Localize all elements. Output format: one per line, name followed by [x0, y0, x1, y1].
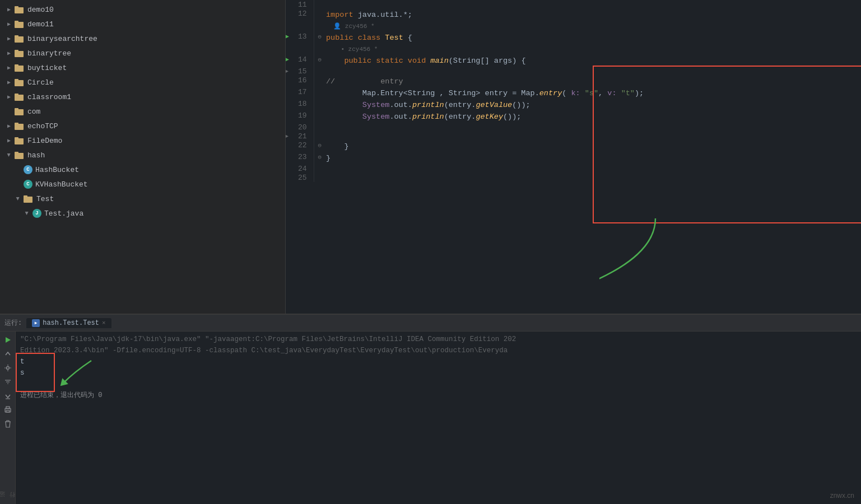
- collapse-arrow: ▶: [4, 20, 13, 29]
- code-line-16: 16 // entry: [286, 76, 861, 87]
- run-label: 运行:: [4, 318, 22, 328]
- run-button[interactable]: [2, 334, 14, 346]
- line-content: }: [322, 152, 861, 164]
- annotation-line: 👤 zcy456 *: [286, 21, 861, 32]
- line-content: }: [322, 141, 861, 152]
- folder-icon: [15, 64, 25, 72]
- settings-button[interactable]: [2, 362, 14, 374]
- collapse-arrow: ▶: [4, 5, 13, 14]
- svg-rect-13: [15, 94, 18, 96]
- scroll-end-button[interactable]: [2, 390, 14, 402]
- run-tab-close[interactable]: ×: [102, 320, 106, 326]
- console-output: "C:\Program Files\Java\jdk-17\bin\java.e…: [16, 332, 861, 504]
- collapse-arrow: ▶: [4, 151, 13, 160]
- code-line-25: 25: [286, 173, 861, 182]
- tree-item-kvhashbucket[interactable]: ▶ C KVHashBucket: [0, 177, 285, 192]
- code-table: 11 12 import java.util.*; 👤 zc: [286, 0, 861, 182]
- tree-label: KVHashBucket: [35, 180, 88, 189]
- console-body: 运 行 "C:\Program Files\Java\jdk-17\bin\ja…: [0, 332, 861, 504]
- tree-item-com[interactable]: ▶ com: [0, 104, 285, 119]
- class-icon: C: [24, 165, 32, 174]
- print-button[interactable]: [2, 404, 14, 416]
- svg-rect-21: [15, 152, 18, 154]
- line-content: • zcy456 *: [322, 44, 861, 55]
- scroll-up-button[interactable]: [2, 348, 14, 360]
- tree-item-buyticket[interactable]: ▶ buyticket: [0, 60, 285, 75]
- line-number: 12: [286, 9, 314, 21]
- line-content: // entry: [322, 76, 861, 87]
- code-line-18: 18 System.out.println(entry.getValue());: [286, 99, 861, 111]
- console-exit-msg: 进程已结束，退出代码为 0: [20, 390, 857, 401]
- folder-icon: [24, 195, 34, 203]
- run-tab[interactable]: ▶ hash.Test.Test ×: [26, 318, 111, 328]
- folder-icon: [15, 108, 25, 115]
- line-number: 20: [286, 123, 314, 132]
- line-content: public static void main(String[] args) {: [322, 55, 861, 67]
- tree-item-filedemo[interactable]: ▶ FileDemo: [0, 133, 285, 148]
- tree-item-hashbucket[interactable]: ▶ C HashBucket: [0, 162, 285, 177]
- tree-item-binarysearchtree[interactable]: ▶ binarysearchtree: [0, 31, 285, 46]
- line-content: [322, 173, 861, 182]
- folder-icon: [15, 122, 25, 130]
- svg-rect-17: [15, 123, 18, 125]
- line-content: System.out.println(entry.getValue());: [322, 99, 861, 111]
- tree-label: Circle: [27, 78, 54, 87]
- svg-rect-9: [15, 64, 18, 67]
- code-editor[interactable]: 11 12 import java.util.*; 👤 zc: [286, 0, 861, 314]
- folder-icon: [15, 20, 25, 28]
- line-content: import java.util.*;: [322, 9, 861, 21]
- line-content: 👤 zcy456 *: [322, 21, 861, 32]
- collapse-arrow: ▶: [4, 63, 13, 72]
- delete-button[interactable]: [2, 418, 14, 430]
- code-line-22: 22 ⊖ }: [286, 141, 861, 152]
- svg-rect-15: [15, 108, 18, 110]
- folder-icon: [15, 6, 25, 13]
- code-line-19: 19 System.out.println(entry.getKey());: [286, 111, 861, 123]
- folder-icon: [15, 137, 25, 144]
- console-output-t: t: [20, 356, 857, 367]
- tree-item-circle[interactable]: ▶ Circle: [0, 75, 285, 90]
- svg-rect-11: [15, 79, 18, 81]
- tree-label: FileDemo: [27, 137, 62, 145]
- tree-label: Test.java: [44, 209, 83, 218]
- run-tab-name: hash.Test.Test: [43, 319, 99, 327]
- collapse-arrow: ▶: [22, 209, 31, 218]
- tree-label: echoTCP: [27, 122, 58, 130]
- svg-rect-23: [24, 195, 27, 198]
- tree-item-demo10[interactable]: ▶ demo10: [0, 2, 285, 17]
- line-number: [286, 21, 314, 32]
- code-line-14: 14 ▶ ⊖ public static void main(String[] …: [286, 55, 861, 67]
- code-line-13: 13 ▶ ⊖ public class Test {: [286, 32, 861, 44]
- tree-item-echotcp[interactable]: ▶ echoTCP: [0, 119, 285, 133]
- tree-item-binarytree[interactable]: ▶ binarytree: [0, 46, 285, 60]
- code-line-11: 11: [286, 0, 861, 9]
- editor-panel: 11 12 import java.util.*; 👤 zc: [286, 0, 861, 314]
- tree-item-hash[interactable]: ▶ hash: [0, 148, 285, 162]
- svg-rect-7: [15, 50, 18, 52]
- code-line-15: 15 ▶: [286, 67, 861, 76]
- tree-item-demo11[interactable]: ▶ demo11: [0, 17, 285, 31]
- run-panel: 运行: ▶ hash.Test.Test ×: [0, 314, 861, 504]
- line-content: Map.Entry<String , String> entry = Map.e…: [322, 87, 861, 99]
- line-content: System.out.println(entry.getKey());: [322, 111, 861, 123]
- line-number: 23: [286, 152, 314, 164]
- tree-item-test-java[interactable]: ▶ J Test.java: [0, 206, 285, 221]
- line-number: 17: [286, 87, 314, 99]
- collapse-arrow: ▶: [4, 136, 13, 145]
- line-number: 15 ▶: [286, 67, 314, 76]
- line-content: [322, 164, 861, 173]
- tree-item-classroom1[interactable]: ▶ classroom1: [0, 90, 285, 104]
- line-number: 14 ▶: [286, 55, 314, 67]
- run-tab-icon: ▶: [32, 319, 40, 327]
- filter-button[interactable]: [2, 376, 14, 388]
- line-number: [286, 44, 314, 55]
- line-number: 18: [286, 99, 314, 111]
- console-output-s: s: [20, 367, 857, 379]
- tree-item-test-folder[interactable]: ▶ Test: [0, 192, 285, 206]
- svg-rect-33: [6, 410, 10, 412]
- svg-rect-1: [15, 6, 18, 8]
- line-content: public class Test {: [322, 32, 861, 44]
- tree-label: HashBucket: [35, 166, 79, 174]
- svg-marker-25: [6, 337, 11, 343]
- line-number: 25: [286, 173, 314, 182]
